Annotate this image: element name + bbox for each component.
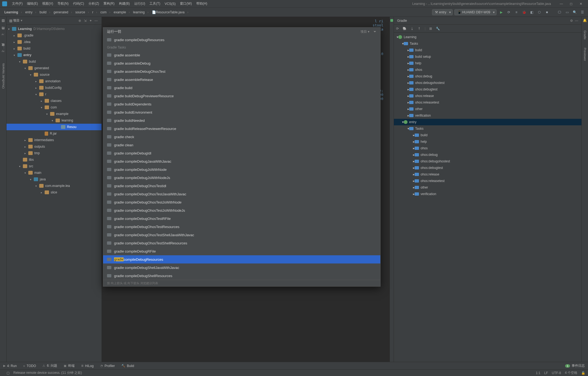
gradle-tree-item[interactable]: ▸ohos:release [394,171,581,178]
notifications-icon[interactable]: 🔔 [583,19,587,22]
menu-code[interactable]: 代码(C) [71,1,86,6]
tree-item[interactable]: buildConfig [45,86,62,90]
menu-analyze[interactable]: 分析(Z) [86,1,101,6]
tree-item[interactable]: build [23,47,30,50]
tab-event-log[interactable]: 1事件日志 [564,363,586,368]
tree-item[interactable]: com.example.lea [45,184,70,188]
collapse-icon[interactable]: ✦ [88,19,93,23]
tree-root[interactable]: Learning [18,27,32,31]
gradle-tree-item[interactable]: ▸build setup [394,53,581,60]
menu-file[interactable]: 文件(F) [10,1,25,6]
popup-item[interactable]: gradle compileDebugIdl [103,149,380,157]
tree-item[interactable]: tmp [34,151,40,155]
tree-item[interactable]: r [45,92,46,96]
favorites-tab[interactable]: 2: 收藏... [1,45,6,53]
breadcrumb[interactable]: learning [131,10,150,14]
run-config-dropdown[interactable]: ⚒ entry [432,9,452,15]
menu-view[interactable]: 视图(V) [40,1,55,6]
menu-navigate[interactable]: 导航(N) [55,1,71,6]
gradle-tree-item[interactable]: ▸help [394,60,581,66]
gradle-tree-item[interactable]: ▸ohos:debugtest [394,165,581,171]
popup-item[interactable]: gradle compileDebugJavaWithJavac [103,157,380,165]
tree-item[interactable]: entry [23,53,31,57]
breadcrumb[interactable]: com [99,10,112,14]
upload-icon[interactable]: ⭱ [418,27,421,31]
menu-tools[interactable]: 工具(T) [147,1,162,6]
popup-item[interactable]: gradle buildEnvironment [103,108,380,116]
tw-icon[interactable]: ▢ [7,371,10,375]
popup-item[interactable]: gradle compileDebugOhosTestShellResource… [103,239,380,247]
gradle-tree-item[interactable]: ▸ohos:releasetest [394,99,581,106]
stop-icon[interactable]: ■ [544,9,550,15]
breadcrumb[interactable]: generated [52,10,74,14]
popup-item[interactable]: gradle compileDebugJsWithNode [103,165,380,174]
project-tree[interactable]: ▾LearningD:\HarmonyOS\demo ▸.gradle ▸.id… [7,25,102,362]
gradle-tree[interactable]: ▾Learning▾Tasks▸build▸build setup▸help▸o… [394,33,581,362]
tree-item[interactable]: java [40,177,46,181]
breadcrumb[interactable]: Learning [3,10,24,14]
project-dropdown-icon[interactable]: ▤ [9,19,12,23]
file-encoding[interactable]: UTF-8 [552,371,561,375]
breadcrumb[interactable]: example [112,10,131,14]
popup-item[interactable]: gradle compileDebugResources [103,36,380,44]
gradle-tree-item[interactable]: ▸build [394,132,581,138]
expand-icon[interactable]: ⇲ [82,19,88,23]
tree-item[interactable]: src [29,164,33,168]
gradle-tree-item[interactable]: ▾Tasks [394,125,581,132]
search-icon[interactable]: 🔍 [572,9,578,15]
play-icon[interactable]: ▶ [498,9,504,15]
tab-run[interactable]: ▶4: Run [2,364,18,368]
gradle-tree-item[interactable]: ▾entry [394,119,581,125]
previewer-tab[interactable]: Previewer [583,48,587,61]
gradle-tree-item[interactable]: ▸ohos:release [394,93,581,99]
popup-item[interactable]: gradle clean [103,141,380,149]
breadcrumb[interactable]: source [74,10,91,14]
popup-item[interactable]: gradle build [103,84,380,92]
restart-icon[interactable]: ⟳ [506,9,512,15]
structure-tab[interactable]: 7: 结构 [1,31,6,37]
popup-item[interactable]: gradle assembleDebugOhosTest [103,67,380,75]
expand-all-icon[interactable]: ⊞ [429,27,432,31]
popup-item[interactable]: gradle buildDependents [103,100,380,108]
popup-list[interactable]: gradle compileDebugResourcesGradle Tasks… [103,36,380,280]
tree-item[interactable]: com [51,105,57,109]
gradle-tree-item[interactable]: ▸ohos:debugohostest [394,80,581,86]
tab-problems[interactable]: ⚠6: 问题 [41,363,58,368]
popup-item[interactable]: gradle compileDebugRFile [103,247,380,255]
popup-item[interactable]: gradle assembleDebug [103,59,380,67]
popup-item[interactable]: gradle compileDebugOhosTestRFile [103,214,380,223]
menu-help[interactable]: 帮助(H) [194,1,210,6]
coverage-icon[interactable]: ≡ [513,9,519,15]
device-manager-icon[interactable]: 🖵 [556,9,562,15]
filter-icon[interactable]: ⏷ [373,30,376,34]
popup-item[interactable]: gradle compileDebugShellJavaWithJavac [103,263,380,272]
popup-item[interactable]: gradle compileDebugShellResources [103,272,380,280]
gear-icon[interactable]: ⚙ [570,19,573,23]
elephant-icon[interactable]: 🐘 [403,27,407,31]
gradle-tree-item[interactable]: ▾Tasks [394,40,581,47]
caret-position[interactable]: 1:1 [536,371,540,375]
menu-refactor[interactable]: 重构(R) [101,1,117,6]
gradle-tree-item[interactable]: ▸ohos [394,145,581,151]
gradle-tree-item[interactable]: ▸ohos [394,66,581,73]
locate-icon[interactable]: ⊕ [77,19,82,23]
device-dropdown[interactable]: 📱 HUAWEI DBY-W09 [454,9,497,15]
gradle-tree-item[interactable]: ▸other [394,184,581,191]
popup-item[interactable]: gradle compileDebugOhosTestResources [103,223,380,231]
tab-todo[interactable]: ≡TODO [22,364,37,368]
settings-icon[interactable]: ☰ [579,9,585,15]
gradle-tree-item[interactable]: ▸other [394,106,581,112]
popup-item[interactable]: gradle compileDebugResources [103,255,380,263]
tree-item[interactable]: .gradle [23,34,33,37]
line-separator[interactable]: LF [544,371,548,375]
breadcrumb[interactable]: build [38,10,52,14]
popup-item[interactable]: gradle compileDebugOhosTestJsWithNodeJs [103,206,380,214]
build-variants-tab[interactable]: OhosBuild Variants [1,62,5,90]
close-icon[interactable]: ✕ [576,2,586,6]
project-panel-title[interactable]: 项目 [13,18,22,23]
attach-icon[interactable]: ⬡ [536,9,542,15]
popup-item[interactable]: gradle assembleRelease [103,75,380,84]
hide-icon[interactable]: — [93,19,99,23]
profiler-icon[interactable]: ◧ [529,9,535,15]
tree-item[interactable]: build [29,60,36,63]
